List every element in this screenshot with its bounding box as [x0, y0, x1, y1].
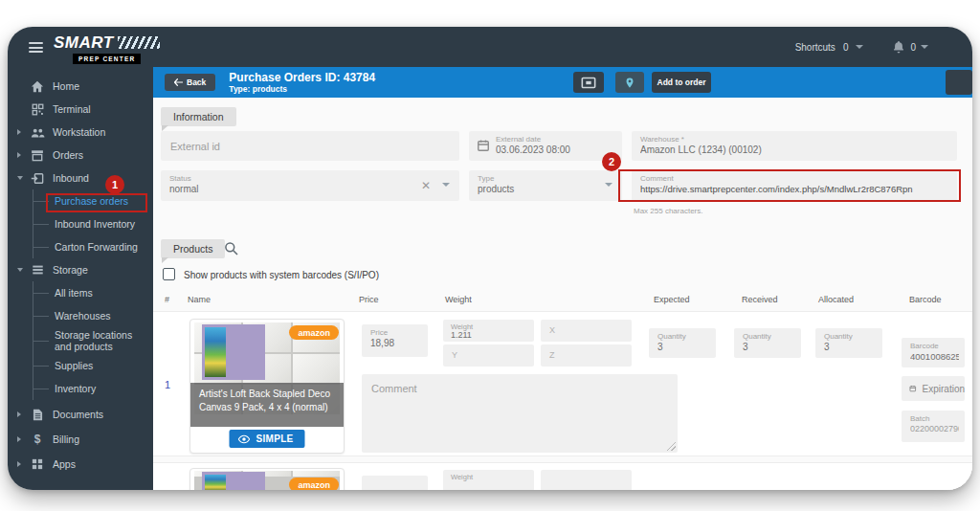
map-pin-icon [624, 76, 635, 90]
column-header-name: Name [188, 295, 211, 304]
tab-information[interactable]: Information [161, 107, 236, 126]
sidebar-item-purchase-orders[interactable]: Purchase orders [33, 189, 153, 212]
type-field[interactable]: Type products [469, 170, 622, 201]
product-card[interactable]: amazon Artist's Loft Back Stapled Deco C… [189, 319, 345, 454]
menu-icon[interactable] [29, 42, 43, 53]
sidebar-item-storage[interactable]: Storage [8, 258, 153, 281]
eye-icon [237, 434, 250, 444]
chevron-down-icon[interactable] [856, 45, 863, 49]
weight-field[interactable]: Weight 1.211 [443, 320, 534, 342]
received-quantity-field[interactable]: Quantity 3 [734, 328, 801, 358]
shortcuts-count: 0 [843, 42, 849, 53]
external-date-label: External date [496, 135, 541, 144]
chevron-down-icon [17, 268, 23, 272]
location-button[interactable] [615, 72, 644, 93]
inbound-icon [30, 171, 45, 186]
chevron-right-icon [17, 129, 21, 135]
weight-value: 1.211 [451, 330, 528, 340]
notifications-menu[interactable]: 0 [892, 40, 928, 55]
type-label: Type [478, 174, 494, 183]
status-field[interactable]: Status normal ✕ [161, 170, 459, 201]
sidebar-item-home[interactable]: Home [8, 75, 153, 98]
logo-stripes-icon [118, 36, 160, 49]
product-label-art [202, 324, 265, 380]
sidebar-item-terminal[interactable]: Terminal [8, 98, 153, 121]
notifications-count: 0 [910, 42, 916, 53]
system-barcodes-checkbox[interactable] [163, 268, 175, 280]
allocated-quantity-field[interactable]: Quantity 3 [815, 328, 882, 358]
column-header-index: # [165, 295, 169, 304]
dimension-z-field[interactable]: Z [541, 344, 632, 367]
clear-icon[interactable]: ✕ [421, 179, 431, 192]
warehouse-value: Amazon LLC (1234) (00102) [640, 144, 951, 155]
external-date-field[interactable]: External date 03.06.2023 08:00 [469, 131, 622, 161]
document-icon [30, 408, 45, 422]
tab-products[interactable]: Products [161, 239, 225, 258]
product-card[interactable]: amazon [189, 468, 345, 490]
view-simple-button[interactable]: SIMPLE [229, 430, 304, 448]
dimension-x-label: X [549, 325, 555, 335]
expiration-date-button[interactable]: Expiration [902, 376, 965, 401]
storage-subgroup: All items Warehouses Storage locations a… [33, 281, 153, 400]
system-barcodes-checkbox-label: Show products with system barcodes (S/I/… [184, 270, 379, 280]
status-label: Status [169, 174, 191, 183]
sidebar-item-workstation[interactable]: Workstation [8, 121, 153, 144]
dimension-y-field[interactable]: Y [443, 344, 534, 367]
search-icon[interactable] [224, 241, 239, 256]
row-comment-textarea[interactable] [362, 374, 678, 453]
price-value: 18,98 [370, 338, 422, 348]
home-icon [30, 79, 45, 94]
arrow-left-icon [174, 78, 183, 86]
header-partial-button[interactable] [946, 70, 972, 95]
column-header-price: Price [359, 295, 379, 304]
dimension-x-field[interactable]: X [541, 320, 632, 342]
sidebar-item-supplies[interactable]: Supplies [33, 354, 153, 377]
sidebar-item-warehouses[interactable]: Warehouses [33, 304, 153, 327]
chevron-right-icon [17, 411, 21, 417]
chevron-down-icon[interactable] [442, 183, 450, 187]
dollar-icon: $ [30, 433, 45, 447]
comment-helper-text: Max 255 characters. [634, 207, 702, 215]
bell-icon [892, 40, 905, 55]
top-bar: SMART PREP CENTER Shortcuts 0 0 [8, 27, 972, 67]
qr-terminal-icon [30, 102, 45, 117]
sidebar-item-billing[interactable]: $ Billing [8, 428, 153, 451]
resize-handle[interactable] [667, 442, 676, 451]
price-field[interactable] [362, 476, 428, 490]
expected-quantity-field[interactable]: Quantity 3 [649, 328, 716, 358]
external-id-input[interactable] [161, 131, 459, 161]
column-header-allocated: Allocated [818, 295, 854, 304]
comment-field[interactable]: Comment https://drive.smartprepcenter.co… [632, 170, 957, 201]
add-to-order-button[interactable]: Add to order [652, 72, 711, 93]
sidebar-item-carton-forwarding[interactable]: Carton Forwarding [33, 235, 153, 258]
barcode-field[interactable]: Barcode 40010086252 [902, 338, 965, 367]
column-header-barcode: Barcode [909, 295, 942, 304]
sidebar-item-documents[interactable]: Documents [8, 403, 153, 426]
shortcuts-label[interactable]: Shortcuts [795, 42, 835, 53]
warehouse-field[interactable]: Warehouse * Amazon LLC (1234) (00102) [632, 131, 957, 161]
sidebar-item-apps[interactable]: Apps [8, 453, 153, 476]
main-content: Information External date 03.06.2023 08:… [153, 98, 972, 490]
annotation-marker-2: 2 [602, 152, 621, 171]
dimension-z-label: Z [549, 350, 555, 360]
back-button[interactable]: Back [165, 74, 215, 91]
sidebar-item-storage-locations[interactable]: Storage locations and products [33, 327, 153, 354]
screen-button[interactable] [573, 72, 604, 93]
page-title: Purchase Orders ID: 43784 [229, 72, 375, 84]
weight-field[interactable]: Weight [443, 470, 534, 490]
dimension-x-field[interactable] [541, 470, 632, 490]
price-field[interactable]: Price 18,98 [362, 324, 428, 357]
product-label-art [202, 472, 265, 490]
people-icon [30, 125, 45, 140]
annotation-marker-1: 1 [105, 175, 124, 194]
chevron-down-icon[interactable] [605, 183, 612, 187]
warehouse-label: Warehouse * [640, 135, 684, 144]
sidebar-item-inbound[interactable]: Inbound [8, 167, 153, 189]
sidebar-item-inventory[interactable]: Inventory [33, 377, 153, 400]
batch-field[interactable]: Batch 02200002790 [902, 411, 965, 442]
row-index: 1 [165, 379, 170, 390]
sidebar-item-all-items[interactable]: All items [33, 281, 153, 304]
sidebar-item-orders[interactable]: Orders [8, 144, 153, 167]
quantity-label: Quantity [824, 332, 853, 341]
sidebar-item-inbound-inventory[interactable]: Inbound Inventory [33, 212, 153, 235]
